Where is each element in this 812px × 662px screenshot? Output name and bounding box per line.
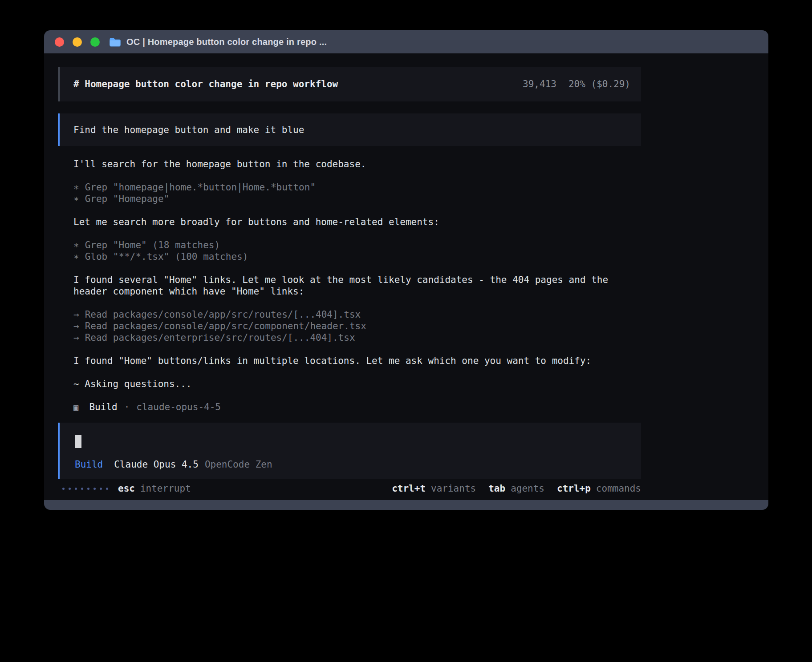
agent-square-icon: ▣	[73, 401, 78, 413]
hint-interrupt: esc interrupt	[118, 483, 191, 494]
interrupt-label: interrupt	[140, 483, 191, 494]
tool-call-grep: ∗ Grep "Homepage"	[73, 193, 641, 205]
assistant-text: Let me search more broadly for buttons a…	[73, 216, 641, 228]
arrow-right-icon: →	[73, 320, 79, 332]
variants-label: variants	[431, 483, 476, 494]
hint-variants: ctrl+t variants	[392, 483, 476, 494]
agents-label: agents	[511, 483, 544, 494]
window-titlebar[interactable]: OC | Homepage button color change in rep…	[44, 30, 768, 53]
minimize-window-button[interactable]	[73, 37, 82, 47]
user-message: Find the homepage button and make it blu…	[58, 113, 641, 146]
commands-label: commands	[596, 483, 641, 494]
tool-call-grep: ∗ Grep "homepage|home.*button|Home.*butt…	[73, 182, 641, 193]
tool-call-label: Read packages/enterprise/src/routes/[...…	[85, 332, 355, 343]
context-cost: 20% ($0.29)	[568, 78, 630, 90]
assistant-text: I found several "Home" links. Let me loo…	[73, 274, 641, 297]
tool-asterisk-icon: ∗	[73, 251, 79, 262]
provider-label: OpenCode Zen	[205, 459, 272, 470]
tool-asterisk-icon: ∗	[73, 182, 79, 193]
user-message-text: Find the homepage button and make it blu…	[73, 124, 304, 136]
mode-label: Build	[75, 459, 103, 470]
tool-call-group: ∗ Grep "Home" (18 matches) ∗ Glob "**/*.…	[73, 239, 641, 262]
session-header: # Homepage button color change in repo w…	[58, 67, 641, 101]
arrow-right-icon: →	[73, 332, 79, 343]
hint-commands: ctrl+p commands	[557, 483, 641, 494]
tool-asterisk-icon: ∗	[73, 239, 79, 251]
tool-call-label: Read packages/console/app/src/routes/[..…	[85, 309, 361, 320]
tool-call-read: → Read packages/console/app/src/routes/[…	[73, 309, 641, 320]
ctrl-p-key-label: ctrl+p	[557, 483, 591, 494]
tool-call-grep: ∗ Grep "Home" (18 matches)	[73, 239, 641, 251]
session-title: # Homepage button color change in repo w…	[73, 78, 338, 90]
ctrl-t-key-label: ctrl+t	[392, 483, 426, 494]
session-stats: 39,413 20% ($0.29)	[523, 78, 630, 90]
status-bar: esc interrupt ctrl+t variants tab agents…	[58, 483, 641, 494]
terminal-content: # Homepage button color change in repo w…	[44, 53, 768, 494]
input-mode-row: Build Claude Opus 4.5 OpenCode Zen	[75, 459, 641, 470]
window-title: OC | Homepage button color change in rep…	[126, 37, 327, 47]
agent-indicator: ▣ Build · claude-opus-4-5	[73, 401, 768, 413]
terminal-window: OC | Homepage button color change in rep…	[44, 30, 768, 510]
assistant-text: I'll search for the homepage button in t…	[73, 158, 641, 170]
close-window-button[interactable]	[55, 37, 64, 47]
tab-key-label: tab	[488, 483, 505, 494]
separator-dot: ·	[124, 401, 130, 413]
activity-dots	[62, 488, 108, 490]
folder-icon	[109, 37, 121, 47]
prompt-input[interactable]: Build Claude Opus 4.5 OpenCode Zen	[58, 423, 641, 479]
agent-model: claude-opus-4-5	[136, 401, 221, 413]
text-cursor	[75, 435, 81, 448]
tool-call-label: Glob "**/*.tsx" (100 matches)	[85, 251, 248, 262]
tool-call-read: → Read packages/console/app/src/componen…	[73, 320, 641, 332]
tool-call-group: → Read packages/console/app/src/routes/[…	[73, 309, 641, 343]
tool-call-read: → Read packages/enterprise/src/routes/[.…	[73, 332, 641, 343]
assistant-text: I found "Home" buttons/links in multiple…	[73, 355, 641, 367]
keybinding-hints: ctrl+t variants tab agents ctrl+p comman…	[392, 483, 641, 494]
window-bottom-edge	[44, 500, 768, 510]
agent-name: Build	[89, 401, 117, 413]
tool-call-label: Grep "Homepage"	[85, 193, 170, 205]
zoom-window-button[interactable]	[90, 37, 100, 47]
arrow-right-icon: →	[73, 309, 79, 320]
tool-call-glob: ∗ Glob "**/*.tsx" (100 matches)	[73, 251, 641, 262]
token-count: 39,413	[523, 78, 556, 90]
esc-key-label: esc	[118, 483, 135, 494]
tool-call-group: ∗ Grep "homepage|home.*button|Home.*butt…	[73, 182, 641, 205]
tool-call-label: Grep "Home" (18 matches)	[85, 239, 220, 251]
tool-call-label: Grep "homepage|home.*button|Home.*button…	[85, 182, 316, 193]
model-label: Claude Opus 4.5	[114, 459, 199, 470]
working-status: ~ Asking questions...	[73, 378, 641, 390]
hint-agents: tab agents	[488, 483, 544, 494]
tool-asterisk-icon: ∗	[73, 193, 79, 205]
tool-call-label: Read packages/console/app/src/component/…	[85, 320, 366, 332]
